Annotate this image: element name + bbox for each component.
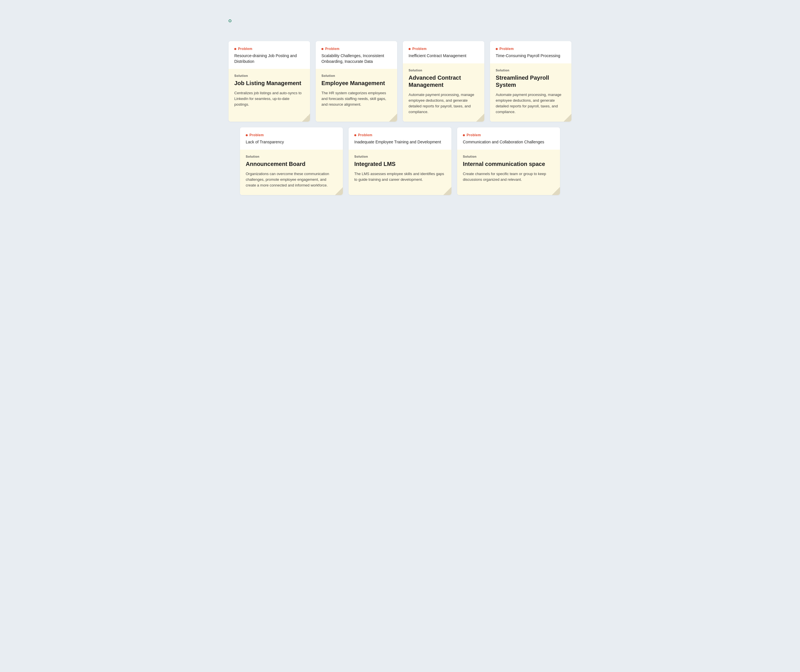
problem-text: Lack of Transparency: [246, 139, 337, 145]
solution-title: Internal communication space: [463, 160, 554, 168]
solution-text: Create channels for specific team or gro…: [463, 171, 554, 182]
problem-dot: [234, 48, 236, 50]
solution-text: Automate payment processing, manage empl…: [409, 92, 479, 115]
problem-dot: [409, 48, 410, 50]
problem-word: Problem: [358, 133, 372, 137]
cards-row-1: Problem Resource-draining Job Posting an…: [229, 41, 571, 122]
problem-text: Inefficient Contract Management: [409, 53, 479, 59]
problem-label: Problem: [354, 133, 446, 137]
card-top: Problem Inefficient Contract Management: [403, 41, 484, 63]
problem-text: Scalability Challenges, Inconsistent Onb…: [321, 53, 391, 64]
card-bottom: Solution Internal communication space Cr…: [457, 150, 560, 195]
card-top: Problem Resource-draining Job Posting an…: [229, 41, 310, 69]
problem-dot: [321, 48, 324, 50]
problem-dot: [496, 48, 498, 50]
solution-title: Integrated LMS: [354, 160, 446, 168]
solution-label: Solution: [234, 74, 304, 77]
problem-label: Problem: [409, 47, 479, 51]
problem-word: Problem: [467, 133, 481, 137]
problem-dot: [463, 134, 465, 136]
solution-text: Organizations can overcome these communi…: [246, 171, 337, 188]
card-bottom: Solution Advanced Contract Management Au…: [403, 63, 484, 122]
header-right: [309, 17, 571, 24]
solution-card: Problem Resource-draining Job Posting an…: [229, 41, 310, 122]
solution-label: Solution: [354, 155, 446, 158]
problem-text: Resource-draining Job Posting and Distri…: [234, 53, 304, 64]
problem-label: Problem: [496, 47, 566, 51]
solution-title: Announcement Board: [246, 160, 337, 168]
solution-text: The HR system categorizes employees and …: [321, 90, 391, 107]
solution-card: Problem Inefficient Contract Management …: [403, 41, 484, 122]
card-top: Problem Time-Consuming Payroll Processin…: [490, 41, 571, 63]
solution-label: Solution: [409, 69, 479, 72]
card-top: Problem Lack of Transparency: [240, 127, 343, 150]
card-bottom: Solution Job Listing Management Centrali…: [229, 69, 310, 122]
solution-title: Job Listing Management: [234, 80, 304, 87]
problem-label: Problem: [246, 133, 337, 137]
card-bottom: Solution Streamlined Payroll System Auto…: [490, 63, 571, 122]
solution-label: Solution: [246, 155, 337, 158]
problem-word: Problem: [412, 47, 426, 51]
problem-dot: [246, 134, 248, 136]
solution-text: Centralizes job listings and auto-syncs …: [234, 90, 304, 107]
solution-card: Problem Time-Consuming Payroll Processin…: [490, 41, 571, 122]
solution-card: Problem Communication and Collaboration …: [457, 127, 560, 195]
header-left: [229, 17, 309, 27]
card-bottom: Solution Announcement Board Organization…: [240, 150, 343, 195]
solution-title: Advanced Contract Management: [409, 74, 479, 88]
section-label: [229, 19, 309, 22]
solution-label: Solution: [463, 155, 554, 158]
solution-card: Problem Inadequate Employee Training and…: [349, 127, 451, 195]
solution-card: Problem Lack of Transparency Solution An…: [240, 127, 343, 195]
solution-label: Solution: [321, 74, 391, 77]
solution-card: Problem Scalability Challenges, Inconsis…: [316, 41, 397, 122]
problem-word: Problem: [325, 47, 340, 51]
solution-text: The LMS assesses employee skills and ide…: [354, 171, 446, 182]
solution-text: Automate payment processing, manage empl…: [496, 92, 566, 115]
problem-word: Problem: [238, 47, 252, 51]
page-container: Problem Resource-draining Job Posting an…: [229, 17, 571, 195]
problem-label: Problem: [321, 47, 391, 51]
problem-text: Communication and Collaboration Challeng…: [463, 139, 554, 145]
card-top: Problem Inadequate Employee Training and…: [349, 127, 451, 150]
card-bottom: Solution Integrated LMS The LMS assesses…: [349, 150, 451, 195]
problem-text: Time-Consuming Payroll Processing: [496, 53, 566, 59]
problem-label: Problem: [463, 133, 554, 137]
problem-word: Problem: [499, 47, 514, 51]
card-bottom: Solution Employee Management The HR syst…: [316, 69, 397, 122]
problem-word: Problem: [249, 133, 264, 137]
section-label-dot: [229, 19, 231, 22]
problem-label: Problem: [234, 47, 304, 51]
card-top: Problem Communication and Collaboration …: [457, 127, 560, 150]
solution-title: Streamlined Payroll System: [496, 74, 566, 88]
solution-label: Solution: [496, 69, 566, 72]
cards-row-2: Problem Lack of Transparency Solution An…: [229, 127, 571, 195]
header-row: [229, 17, 571, 27]
problem-text: Inadequate Employee Training and Develop…: [354, 139, 446, 145]
card-top: Problem Scalability Challenges, Inconsis…: [316, 41, 397, 69]
problem-dot: [354, 134, 356, 136]
solution-title: Employee Management: [321, 80, 391, 87]
